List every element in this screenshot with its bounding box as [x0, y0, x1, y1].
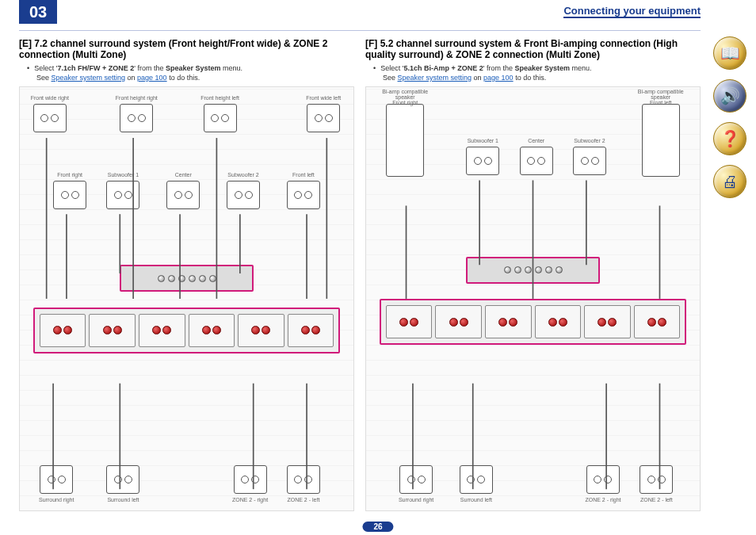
menu-name: Speaker System — [514, 64, 570, 72]
speaker-label: Bi-amp compatible speaker Front left — [629, 89, 693, 105]
txt: Select ' — [34, 64, 57, 72]
terminal — [189, 314, 235, 347]
speaker-box: Subwoofer 1 — [106, 181, 139, 209]
txt: to do this. — [514, 74, 547, 82]
speaker-box: Front left — [287, 181, 320, 209]
speaker-label: ZONE 2 - left — [272, 497, 335, 503]
terminal — [386, 305, 433, 338]
chapter-badge: 03 — [19, 0, 57, 24]
terminal — [40, 314, 86, 347]
link-page-100[interactable]: page 100 — [483, 74, 514, 82]
speaker-box: ZONE 2 - right — [234, 465, 267, 494]
txt: on — [472, 74, 483, 82]
nav-sidebar: 📖 🔊 ❓ 🖨 — [708, 36, 751, 198]
txt: to do this. — [167, 74, 200, 82]
terminal — [238, 314, 284, 347]
speaker-label: Subwoofer 2 — [212, 172, 275, 178]
link-speaker-setting[interactable]: Speaker system setting — [398, 74, 472, 82]
speaker-box: Surround left — [106, 465, 139, 494]
sidebar-device-icon[interactable]: 🔊 — [713, 79, 746, 113]
txt: menu. — [570, 64, 592, 72]
terminal — [485, 305, 532, 338]
speaker-label: Front height right — [105, 95, 168, 101]
biamp-speaker-left: Bi-amp compatible speaker Front left — [642, 104, 680, 177]
speaker-terminal-panel — [33, 308, 340, 353]
page-number: 26 — [362, 522, 393, 532]
txt: ' from the — [134, 64, 166, 72]
speaker-label: Subwoofer 2 — [558, 138, 621, 143]
terminal — [634, 305, 681, 338]
section-heading-e: [E] 7.2 channel surround system (Front h… — [19, 38, 354, 60]
sidebar-book-icon[interactable]: 📖 — [713, 36, 746, 70]
speaker-label: Surround right — [25, 497, 88, 503]
terminal — [89, 314, 136, 347]
link-page-100[interactable]: page 100 — [137, 74, 167, 82]
speaker-label: Surround right — [384, 497, 448, 503]
speaker-box: Front height left — [204, 104, 237, 132]
menu-name: Speaker System — [166, 64, 221, 72]
speaker-label: Bi-amp compatible speaker Front right — [373, 89, 437, 105]
speaker-box: ZONE 2 - left — [287, 465, 320, 494]
setting-name: 5.1ch Bi-Amp + ZONE 2 — [403, 64, 483, 72]
bullet-f: • Select '5.1ch Bi-Amp + ZONE 2' from th… — [365, 63, 701, 73]
speaker-box: Front right — [53, 181, 86, 209]
speaker-label: Front left — [272, 172, 335, 178]
terminal — [584, 305, 631, 338]
speaker-box: Surround left — [460, 465, 493, 494]
speaker-box: ZONE 2 - left — [640, 465, 673, 494]
sidebar-help-icon[interactable]: ❓ — [713, 122, 746, 155]
speaker-box: Center — [520, 147, 553, 175]
txt: on — [125, 74, 137, 82]
page-header: 03 Connecting your equipment — [0, 0, 756, 32]
terminal — [288, 314, 334, 347]
txt: Select ' — [380, 64, 403, 72]
bullet-dot: • — [373, 63, 376, 73]
bullet-text: Select '5.1ch Bi-Amp + ZONE 2' from the … — [380, 63, 591, 73]
wire-overlay — [20, 87, 353, 510]
speaker-label: Front wide right — [19, 95, 82, 101]
terminal-row — [386, 305, 680, 338]
right-column: [F] 5.2 channel surround system & Front … — [365, 35, 701, 511]
section-heading-f: [F] 5.2 channel surround system & Front … — [365, 38, 701, 60]
speaker-terminal-panel — [380, 299, 686, 345]
left-column: [E] 7.2 channel surround system (Front h… — [19, 35, 354, 511]
setting-name: 7.1ch FH/FW + ZONE 2 — [57, 64, 134, 72]
speaker-label: Front height left — [189, 95, 252, 101]
speaker-label: Front wide left — [292, 95, 354, 101]
txt: ' from the — [483, 64, 515, 72]
speaker-box: Surround right — [399, 465, 433, 494]
bullet-text: Select '7.1ch FH/FW + ZONE 2' from the S… — [34, 63, 242, 73]
link-speaker-setting[interactable]: Speaker system setting — [52, 74, 126, 82]
txt: menu. — [220, 64, 242, 72]
wiring-diagram-f: Bi-amp compatible speaker Front right Bi… — [365, 86, 701, 511]
txt: See — [383, 74, 398, 82]
header-divider — [19, 30, 701, 31]
terminal-row — [40, 314, 334, 347]
speaker-box: Front wide left — [307, 104, 340, 132]
speaker-box: Subwoofer 1 — [466, 147, 499, 175]
see-line-e: See Speaker system setting on page 100 t… — [36, 74, 354, 82]
speaker-box: ZONE 2 - right — [586, 465, 620, 494]
wiring-diagram-e: Front wide right Front height right Fron… — [19, 86, 354, 511]
speaker-label: Subwoofer 1 — [91, 172, 155, 178]
speaker-label: ZONE 2 - left — [624, 497, 688, 503]
speaker-box: Subwoofer 2 — [573, 147, 606, 175]
terminal — [435, 305, 482, 338]
speaker-label: Surround left — [91, 497, 155, 503]
page: 03 Connecting your equipment [E] 7.2 cha… — [0, 0, 756, 535]
sidebar-print-icon[interactable]: 🖨 — [713, 165, 746, 198]
speaker-box: Surround right — [40, 465, 73, 494]
speaker-box: Front wide right — [33, 104, 67, 132]
biamp-speaker-right: Bi-amp compatible speaker Front right — [386, 104, 424, 177]
terminal — [139, 314, 185, 347]
preout-panel — [120, 265, 253, 292]
content-area: [E] 7.2 channel surround system (Front h… — [19, 35, 701, 511]
see-line-f: See Speaker system setting on page 100 t… — [383, 74, 701, 82]
txt: See — [36, 74, 52, 82]
speaker-box: Front height right — [120, 104, 153, 132]
bullet-e: • Select '7.1ch FH/FW + ZONE 2' from the… — [19, 63, 354, 73]
speaker-label: Center — [151, 172, 215, 178]
preout-panel — [466, 257, 599, 284]
speaker-label: Surround left — [445, 497, 508, 503]
bullet-dot: • — [27, 63, 29, 73]
